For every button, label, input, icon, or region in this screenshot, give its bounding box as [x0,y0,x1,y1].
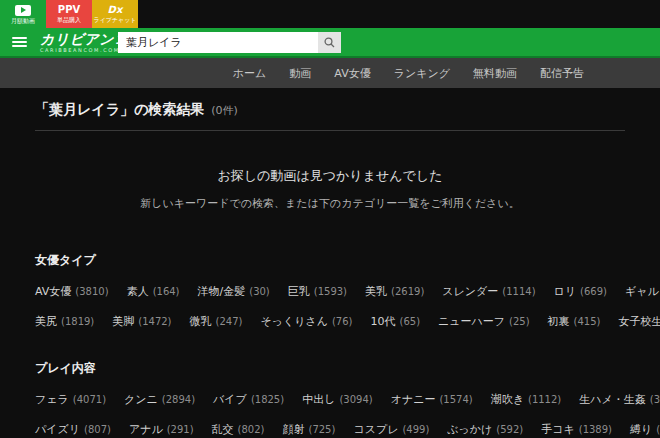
tag-count: (25) [509,316,530,327]
nav-link[interactable]: 無料動画 [473,66,517,81]
tag-count: (4071) [73,394,106,405]
category-tag[interactable]: 巨乳(1593) [288,284,347,299]
section-actress-type: 女優タイプ AV女優(3810)素人(164)洋物/金髪(30)巨乳(1593)… [35,252,625,329]
monthly-video-button[interactable]: 月額動画 [0,0,46,28]
tag-row: 美尻(1819)美脚(1472)微乳(247)そっくりさん(76)10代(65)… [35,314,625,329]
category-tag[interactable]: コスプレ(499) [353,422,429,437]
empty-message: お探しの動画は見つかりませんでした [35,167,625,185]
tag-label: 美尻 [35,314,57,329]
category-tag[interactable]: 乱交(802) [212,422,265,437]
tag-rows: フェラ(4071)クンニ(2894)バイブ(1825)中出し(3094)オナニー… [35,392,625,438]
tag-label: AV女優 [35,284,71,299]
category-tag[interactable]: 生ハメ・生姦(3222) [579,392,660,407]
category-tag[interactable]: クンニ(2894) [124,392,195,407]
tag-label: ぶっかけ [447,422,492,437]
tag-label: バイブ [213,392,247,407]
tag-label: ロリ [554,284,577,299]
tag-count: (3222) [650,394,660,405]
tag-count: (415) [574,316,601,327]
tag-count: (1574) [439,394,472,405]
main-nav: ホーム 動画 AV女優 ランキング 無料動画 配信予告 [0,58,660,88]
tag-count: (1112) [528,394,561,405]
tag-count: (1472) [138,316,171,327]
category-tag[interactable]: ぶっかけ(592) [447,422,523,437]
tag-count: (30) [249,286,270,297]
category-tag[interactable]: 美乳(2619) [365,284,424,299]
top-promo-bar: 月額動画 PPV 単品購入 Dx ライブチャット [0,0,660,28]
tag-count: (725) [308,424,335,435]
play-icon [15,5,31,16]
category-tag[interactable]: バイブ(1825) [213,392,284,407]
tag-count: (802) [238,424,265,435]
category-tag[interactable]: 美尻(1819) [35,314,94,329]
category-tag[interactable]: オナニー(1574) [391,392,473,407]
category-tag[interactable]: アナル(291) [129,422,194,437]
livechat-label: ライブチャット [94,17,137,23]
tag-label: 中出し [302,392,335,407]
result-count: (0件) [211,104,238,117]
nav-link[interactable]: ホーム [233,66,267,81]
nav-link[interactable]: 配信予告 [540,66,584,81]
tag-count: (807) [84,424,111,435]
tag-rows: AV女優(3810)素人(164)洋物/金髪(30)巨乳(1593)美乳(261… [35,284,625,329]
tag-label: 初裏 [548,314,570,329]
category-tag[interactable]: 微乳(247) [190,314,243,329]
page-title: 「葉月レイラ」の検索結果(0件) [35,101,625,119]
category-tag[interactable]: 初裏(415) [548,314,601,329]
ppv-label: 単品購入 [57,17,81,23]
livechat-button[interactable]: Dx ライブチャット [92,0,138,28]
category-tag[interactable]: ロリ(669) [554,284,607,299]
category-tag[interactable]: 顔射(725) [282,422,335,437]
tag-label: 美脚 [112,314,134,329]
category-tag[interactable]: パイズリ(807) [35,422,111,437]
nav-link[interactable]: AV女優 [334,66,370,81]
section-play-content: プレイ内容 フェラ(4071)クンニ(2894)バイブ(1825)中出し(309… [35,360,625,438]
search-input[interactable] [118,32,318,53]
tag-label: 巨乳 [288,284,310,299]
monthly-video-label: 月額動画 [11,18,35,24]
category-tag[interactable]: AV女優(3810) [35,284,109,299]
category-tag[interactable]: そっくりさん(76) [260,314,352,329]
tag-count: (1114) [502,286,535,297]
category-tag[interactable]: フェラ(4071) [35,392,106,407]
category-tag[interactable]: ギャル(371) [625,284,660,299]
category-tag[interactable]: 洋物/金髪(30) [198,284,270,299]
tag-label: そっくりさん [260,314,328,329]
ppv-button[interactable]: PPV 単品購入 [46,0,92,28]
tag-count: (1389) [579,424,612,435]
tag-row: フェラ(4071)クンニ(2894)バイブ(1825)中出し(3094)オナニー… [35,392,625,407]
category-tag[interactable]: 女子校生(142) [618,314,660,329]
category-tag[interactable]: 手コキ(1389) [541,422,612,437]
tag-count: (3094) [339,394,372,405]
section-heading: 女優タイプ [35,252,625,269]
content-area: 「葉月レイラ」の検索結果(0件) お探しの動画は見つかりませんでした 新しいキー… [0,101,660,438]
tag-count: (592) [496,424,523,435]
category-tag[interactable]: 中出し(3094) [302,392,373,407]
tag-label: アナル [129,422,163,437]
tag-count: (1593) [314,286,347,297]
tag-count: (499) [402,424,429,435]
category-tag[interactable]: 美脚(1472) [112,314,171,329]
tag-label: 手コキ [541,422,575,437]
category-tag[interactable]: ニューハーフ(25) [438,314,530,329]
nav-link[interactable]: ランキング [394,66,450,81]
section-heading: プレイ内容 [35,360,625,377]
category-tag[interactable]: 縛り(393) [630,422,660,437]
tag-count: (1825) [251,394,284,405]
menu-icon[interactable] [12,35,27,49]
tag-label: スレンダー [442,284,498,299]
search-button[interactable] [318,32,341,53]
tag-label: 縛り [630,422,652,437]
category-tag[interactable]: スレンダー(1114) [442,284,535,299]
tag-label: 洋物/金髪 [198,284,246,299]
tag-label: フェラ [35,392,69,407]
category-tag[interactable]: 素人(164) [127,284,180,299]
nav-link[interactable]: 動画 [289,66,311,81]
category-tag[interactable]: 潮吹き(1112) [491,392,562,407]
tag-count: (2619) [391,286,424,297]
tag-label: パイズリ [35,422,80,437]
tag-count: (669) [580,286,607,297]
tag-row: AV女優(3810)素人(164)洋物/金髪(30)巨乳(1593)美乳(261… [35,284,625,299]
category-tag[interactable]: 10代(65) [371,314,421,329]
empty-state: お探しの動画は見つかりませんでした 新しいキーワードでの検索、または下のカテゴリ… [35,167,625,211]
